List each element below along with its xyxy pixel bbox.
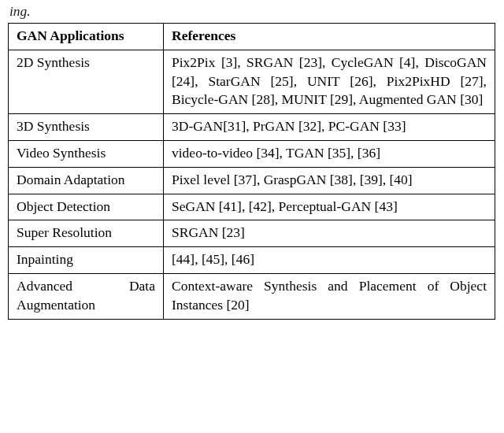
references-cell: SRGAN [23] (164, 220, 495, 247)
table-row: Video Synthesis video-to-video [34], TGA… (9, 140, 495, 167)
gan-applications-table: GAN Applications References 2D Synthesis… (8, 23, 495, 320)
application-cell: Super Resolution (9, 220, 164, 247)
references-cell: Pix2Pix [3], SRGAN [23], CycleGAN [4], D… (164, 50, 495, 113)
table-row: Inpainting [44], [45], [46] (9, 247, 495, 274)
table-row: Advanced Data Augmentation Context-aware… (9, 273, 495, 319)
application-cell: Object Detection (9, 194, 164, 220)
references-cell: SeGAN [41], [42], Perceptual-GAN [43] (164, 194, 495, 220)
table-header-row: GAN Applications References (9, 24, 495, 50)
col-header-references: References (164, 24, 495, 50)
application-cell: Advanced Data Augmentation (9, 273, 164, 319)
references-cell: 3D-GAN[31], PrGAN [32], PC-GAN [33] (164, 114, 495, 141)
references-cell: Context-aware Synthesis and Placement of… (164, 273, 495, 319)
application-cell: 2D Synthesis (9, 50, 164, 113)
col-header-applications: GAN Applications (9, 24, 164, 50)
caption-fragment: ing. (9, 3, 498, 20)
application-cell: Domain Adaptation (9, 167, 164, 194)
references-cell: video-to-video [34], TGAN [35], [36] (164, 140, 495, 167)
references-cell: [44], [45], [46] (164, 247, 495, 274)
application-cell: Inpainting (9, 247, 164, 274)
table-row: Super Resolution SRGAN [23] (9, 220, 495, 247)
application-cell: 3D Synthesis (9, 114, 164, 141)
references-cell: Pixel level [37], GraspGAN [38], [39], [… (164, 167, 495, 194)
table-row: 3D Synthesis 3D-GAN[31], PrGAN [32], PC-… (9, 114, 495, 141)
table-body: 2D Synthesis Pix2Pix [3], SRGAN [23], Cy… (9, 50, 495, 319)
table-row: Domain Adaptation Pixel level [37], Gras… (9, 167, 495, 194)
application-cell: Video Synthesis (9, 140, 164, 167)
table-row: Object Detection SeGAN [41], [42], Perce… (9, 194, 495, 220)
table-row: 2D Synthesis Pix2Pix [3], SRGAN [23], Cy… (9, 50, 495, 113)
